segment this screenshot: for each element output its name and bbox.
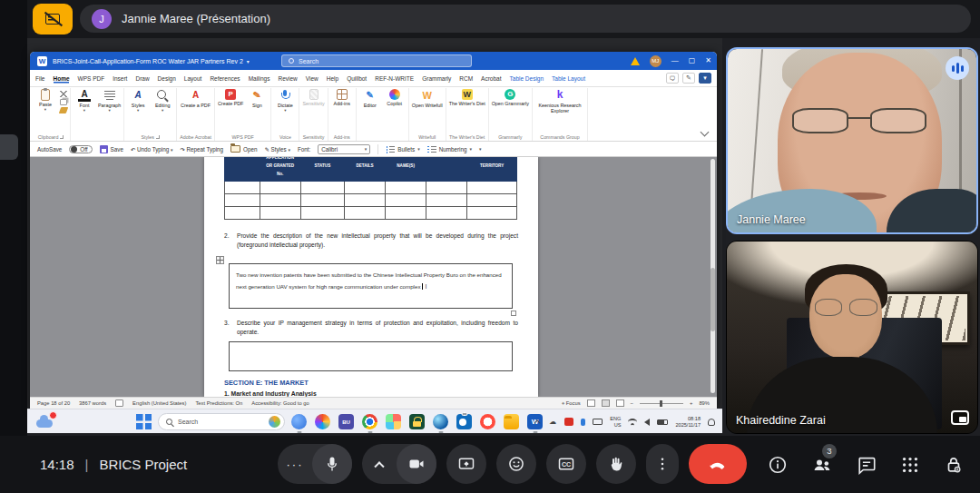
word-count[interactable]: 3867 words	[79, 400, 106, 406]
ribbon-tab-file[interactable]: File	[35, 75, 44, 82]
proofing-icon[interactable]	[115, 399, 123, 407]
ribbon-tab-mailings[interactable]: Mailings	[249, 75, 270, 82]
account-avatar[interactable]: MJ	[650, 55, 662, 67]
focus-button[interactable]: ⌖ Focus	[562, 400, 581, 407]
meeting-details-button[interactable]	[768, 455, 788, 475]
recording-tray-icon[interactable]	[564, 418, 573, 426]
bullets-button[interactable]: Bullets▾	[386, 145, 419, 153]
password-manager-taskbar-icon[interactable]	[409, 414, 425, 429]
ip-table[interactable]: APPLICATION OR GRANTED No.STATUSDETAILSN…	[224, 157, 517, 220]
table-cell[interactable]	[426, 207, 467, 220]
comments-button[interactable]: 🗨	[666, 73, 679, 84]
text-predictions[interactable]: Text Predictions: On	[195, 400, 242, 406]
audio-options-button[interactable]: ···	[278, 458, 312, 471]
save-button[interactable]: Save	[100, 145, 123, 153]
restore-button[interactable]: ▢	[689, 57, 696, 64]
ribbon-tab-grammarly[interactable]: Grammarly	[422, 75, 451, 82]
leave-call-button[interactable]	[689, 444, 747, 484]
font-button[interactable]: AFont▾	[74, 89, 95, 113]
chrome-taskbar-icon[interactable]	[362, 414, 377, 429]
ribbon-tab-table-design[interactable]: Table Design	[510, 75, 544, 82]
ribbon-tab-references[interactable]: References	[210, 75, 240, 82]
taskbar-search[interactable]: Search	[158, 413, 285, 430]
table-cell[interactable]	[386, 194, 426, 207]
table-cell[interactable]	[386, 182, 426, 194]
more-options-button[interactable]	[646, 444, 679, 484]
sign-button[interactable]: ✎Sign	[246, 89, 268, 108]
open-grammarly-button[interactable]: GOpen Grammarly	[492, 89, 529, 106]
more-options-icon[interactable]: ▾	[479, 146, 482, 152]
table-cell[interactable]	[345, 182, 386, 194]
paragraph-button[interactable]: Paragraph▾	[98, 89, 121, 113]
ribbon-tab-layout[interactable]: Layout	[184, 75, 202, 82]
page-indicator[interactable]: Page 18 of 20	[37, 400, 70, 406]
language-switcher[interactable]: ENGUS	[610, 416, 621, 428]
collapse-ribbon-icon[interactable]	[701, 128, 710, 137]
edge-taskbar-icon[interactable]	[433, 414, 448, 429]
dialog-launcher-icon[interactable]	[156, 135, 160, 139]
battery-icon[interactable]	[657, 419, 668, 425]
host-controls-button[interactable]	[944, 455, 964, 475]
present-now-button[interactable]	[446, 444, 486, 484]
copilot-button[interactable]: Copilot	[384, 89, 406, 106]
mic-tray-icon[interactable]	[581, 419, 585, 426]
table-cell[interactable]	[225, 182, 260, 194]
table-cell[interactable]	[300, 194, 344, 207]
copy-icon[interactable]	[60, 99, 67, 105]
resize-handle[interactable]	[511, 311, 516, 316]
table-cell[interactable]	[467, 182, 517, 194]
share-button[interactable]: ▾	[699, 73, 711, 84]
keenious-research-explorer-button[interactable]: kKeenious Research Explorer	[535, 89, 584, 113]
table-cell[interactable]	[260, 207, 300, 220]
table-cell[interactable]	[467, 194, 517, 207]
read-mode-icon[interactable]	[587, 399, 595, 407]
dictate-button[interactable]: Dictate▾	[274, 89, 296, 113]
picture-in-picture-icon[interactable]	[951, 410, 969, 425]
styles-button[interactable]: AStyles▾	[127, 89, 149, 113]
browser-circle-taskbar-icon[interactable]	[480, 414, 495, 429]
font-selector[interactable]: Calibri▾	[318, 144, 370, 154]
table-cell[interactable]	[426, 182, 467, 194]
print-layout-icon[interactable]	[602, 399, 610, 407]
table-row[interactable]	[225, 207, 517, 220]
ribbon-tab-design[interactable]: Design	[158, 75, 176, 82]
language-indicator[interactable]: English (United States)	[132, 400, 186, 406]
table-cell[interactable]	[300, 207, 344, 220]
ribbon-tab-table-layout[interactable]: Table Layout	[552, 75, 585, 82]
ribbon-tab-quillbot[interactable]: Quillbot	[347, 75, 367, 82]
repeat-button[interactable]: ↷ Repeat Typing	[181, 146, 224, 153]
table-cell[interactable]	[345, 194, 386, 207]
participant-tile-jannie-maree[interactable]: Jannie Maree	[726, 47, 978, 234]
store-taskbar-icon[interactable]	[386, 414, 401, 429]
warning-icon[interactable]	[631, 57, 640, 65]
styles-quick-button[interactable]: ✎ Styles ▾	[264, 146, 289, 153]
answer-box-q2[interactable]: Two new invention patents have been subm…	[229, 263, 513, 309]
document-page[interactable]: APPLICATION OR GRANTED No.STATUSDETAILSN…	[204, 157, 538, 397]
open-button[interactable]: Open	[230, 145, 257, 153]
video-options-button[interactable]	[362, 460, 397, 468]
ribbon-tab-home[interactable]: Home	[53, 75, 69, 82]
table-cell[interactable]	[300, 182, 344, 194]
file-explorer-taskbar-icon[interactable]	[504, 414, 519, 429]
captions-button[interactable]: CC	[546, 444, 586, 484]
ribbon-tab-insert[interactable]: Insert	[113, 75, 127, 82]
table-row[interactable]	[225, 194, 517, 207]
sensitivity-button[interactable]: Sensitivity	[302, 89, 324, 106]
table-move-handle[interactable]	[216, 256, 224, 264]
chat-button[interactable]	[857, 455, 877, 475]
participants-button[interactable]: 3	[811, 454, 833, 476]
volume-icon[interactable]	[644, 419, 650, 426]
mute-microphone-button[interactable]	[312, 444, 352, 484]
answer-box-q3[interactable]	[229, 341, 513, 371]
cut-icon[interactable]	[60, 91, 67, 97]
document-title[interactable]: BRICS-Joint-Call-Application-Form ROC Wa…	[53, 58, 243, 64]
table-cell[interactable]	[260, 194, 300, 207]
zoom-slider[interactable]	[640, 403, 683, 404]
ribbon-tab-help[interactable]: Help	[327, 75, 338, 82]
keyboard-tray-icon[interactable]	[593, 419, 603, 425]
table-cell[interactable]	[345, 207, 386, 220]
turn-off-camera-button[interactable]	[397, 444, 436, 484]
table-cell[interactable]	[260, 182, 300, 194]
numbering-button[interactable]: Numbering▾	[427, 145, 472, 153]
close-button[interactable]: ✕	[705, 57, 711, 64]
